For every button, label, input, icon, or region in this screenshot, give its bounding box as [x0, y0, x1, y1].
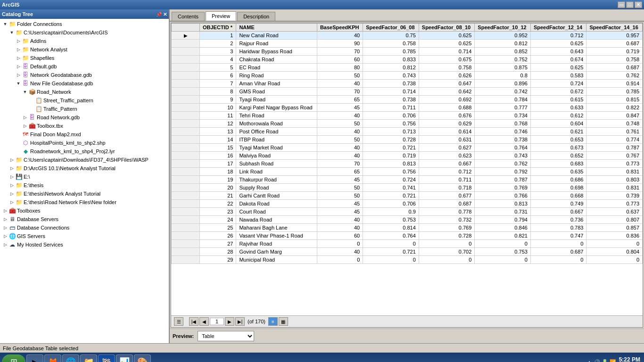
tree-item-network-analyst[interactable]: ▷📁Network Analyst: [1, 45, 168, 54]
table-row[interactable]: 17Subhash Road700.8130.6670.7620.6830.77…: [172, 160, 643, 168]
table-row[interactable]: 14ITBP Road500.7280.6310.7380.6530.774: [172, 136, 643, 144]
column-header-6[interactable]: SpeedFactor_12_14: [530, 24, 586, 32]
table-row[interactable]: 8GMS Road700.7140.6420.7420.6720.785: [172, 88, 643, 96]
table-row[interactable]: 19Thakurpur Road450.7240.7110.7870.6860.…: [172, 176, 643, 184]
taskbar-app-paint[interactable]: 🎨: [134, 354, 151, 362]
tree-item-network-gdb[interactable]: ▷🗄Network Geodatabase.gdb: [1, 71, 168, 79]
column-header-0[interactable]: OBJECTID *: [200, 24, 236, 32]
last-page-button[interactable]: ▶|: [235, 317, 245, 326]
tree-toggle[interactable]: ▷: [8, 174, 15, 179]
column-header-3[interactable]: SpeedFactor_06_08: [363, 24, 419, 32]
card-view-button[interactable]: ▦: [279, 317, 288, 326]
table-row[interactable]: 21Garhi Cantt Road500.7210.6770.7660.668…: [172, 192, 643, 200]
page-input[interactable]: [210, 318, 224, 325]
tree-item-new-file-gdb[interactable]: ▼🗄New File Geodatabase.gdb: [1, 79, 168, 88]
tree-item-road-network[interactable]: ▼📦Road_Network: [1, 88, 168, 96]
tree-item-traffic-pattern[interactable]: 📋Traffic_Pattern: [1, 105, 168, 113]
tree-item-arcgis-folder[interactable]: ▼📁C:\Users\captain\Documents\ArcGIS: [1, 28, 168, 37]
table-row[interactable]: 15Tyagi Market Road400.7210.6270.7640.67…: [172, 144, 643, 152]
tree-toggle[interactable]: ▷: [8, 191, 15, 196]
column-header-5[interactable]: SpeedFactor_10_12: [475, 24, 531, 32]
tree-toggle[interactable]: ▷: [15, 64, 22, 69]
table-row[interactable]: 10Kargi Patel Nagar Bypass Road450.7110.…: [172, 104, 643, 112]
table-row[interactable]: 9Tyagi Road650.7380.6920.7840.6150.815: [172, 96, 643, 104]
tree-item-db-connections[interactable]: ▷🗃Database Connections: [1, 223, 168, 232]
tree-toggle[interactable]: ▷: [15, 56, 22, 60]
tree-toggle[interactable]: ▼: [22, 90, 28, 94]
tree-item-db-servers[interactable]: ▷🖥Database Servers: [1, 215, 168, 223]
tree-item-hospital-kml[interactable]: ⬡HospitalPoints_kml_to_shp2.shp: [1, 139, 168, 147]
tree-item-addins[interactable]: ▷📁AddIns: [1, 37, 168, 45]
table-row[interactable]: 12Mothorowala Road500.7560.6290.7680.604…: [172, 120, 643, 128]
tree-item-downloads-folder[interactable]: ▷📁C:\Users\captain\Downloads\FD37_4\SHPF…: [1, 156, 168, 164]
tree-toggle[interactable]: ▷: [2, 208, 8, 213]
tree-item-street-traffic[interactable]: 📋Street_Traffic_pattern: [1, 96, 168, 105]
tree-container[interactable]: ▼📁Folder Connections▼📁C:\Users\captain\D…: [0, 19, 169, 343]
table-row[interactable]: 25Maharani Bagh Lane400.8140.7690.8460.7…: [172, 224, 643, 232]
table-scroll[interactable]: OBJECTID *NAMEBaseSpeedKPHSpeedFactor_06…: [171, 23, 643, 315]
table-row[interactable]: 4Chakrata Road600.8330.6750.7520.6740.75…: [172, 56, 643, 64]
tree-toggle[interactable]: ▼: [2, 22, 8, 26]
taskbar-app-chrome[interactable]: 🌐: [62, 354, 79, 362]
table-row[interactable]: 7Aman Vihar Road400.7380.6470.8960.7240.…: [172, 80, 643, 88]
table-row[interactable]: 27Rajvihar Road000000: [172, 240, 643, 248]
tree-toggle[interactable]: ▷: [22, 123, 28, 128]
tab-description[interactable]: Description: [237, 12, 275, 21]
tree-item-folder-connections[interactable]: ▼📁Folder Connections: [1, 20, 168, 28]
options-button[interactable]: ☰: [174, 317, 183, 326]
table-row[interactable]: 13Post Office Road400.7130.6140.7460.621…: [172, 128, 643, 136]
table-row[interactable]: 20Supply Road500.7410.7180.7690.6980.831: [172, 184, 643, 192]
column-header-4[interactable]: SpeedFactor_08_10: [419, 24, 475, 32]
column-header-2[interactable]: BaseSpeedKPH: [317, 24, 363, 32]
table-row[interactable]: 28Govind Garh Marg400.7210.7020.7530.687…: [172, 248, 643, 256]
tree-toggle[interactable]: ▷: [22, 115, 28, 120]
tree-toggle[interactable]: ▷: [2, 217, 8, 222]
tree-item-thesis-na[interactable]: ▷📁E:\thesis\Network Analyst Tutorial: [1, 189, 168, 198]
table-row[interactable]: 11Tehri Road400.7060.6760.7340.6120.847: [172, 112, 643, 120]
tree-item-gis-servers[interactable]: ▷🌐GIS Servers: [1, 232, 168, 240]
tree-toggle[interactable]: ▷: [8, 166, 15, 171]
tree-toggle[interactable]: ▼: [8, 30, 15, 35]
column-header-1[interactable]: NAME: [236, 24, 317, 32]
table-row[interactable]: 23Court Road450.90.7780.7310.6670.637: [172, 208, 643, 216]
next-page-button[interactable]: ▶: [225, 317, 234, 326]
tree-item-road-network-gdb[interactable]: ▷🗄Road Network.gdb: [1, 113, 168, 122]
table-row[interactable]: 16Malviya Road400.7190.6230.7430.6520.76…: [172, 152, 643, 160]
tree-toggle[interactable]: ▼: [15, 81, 22, 86]
tree-toggle[interactable]: ▷: [15, 73, 22, 77]
start-button[interactable]: ⊞: [2, 354, 25, 362]
table-view-button[interactable]: ≡: [268, 317, 278, 326]
tree-toggle[interactable]: ▷: [15, 39, 22, 43]
tree-item-shapefiles[interactable]: ▷📁Shapefiles: [1, 54, 168, 62]
tree-item-toolboxes[interactable]: ▷🧰Toolboxes: [1, 206, 168, 215]
tree-toggle[interactable]: ▷: [15, 47, 22, 52]
taskbar-app-cmd[interactable]: 🏁: [98, 354, 115, 362]
maximize-button[interactable]: □: [626, 1, 634, 8]
tree-item-final-map[interactable]: 🗺Final Doon Map2.mxd: [1, 130, 168, 139]
minimize-button[interactable]: —: [618, 1, 625, 8]
tree-toggle[interactable]: ▷: [2, 234, 8, 239]
table-row[interactable]: 5EC Road800.8120.7580.8750.6250.687: [172, 64, 643, 72]
panel-pin-button[interactable]: 📌 ✕: [156, 12, 167, 17]
preview-select[interactable]: TableGeography: [198, 331, 254, 341]
table-row[interactable]: 26Vasant Vihar Phase-1 Road600.7640.7280…: [172, 232, 643, 240]
taskbar-app-explorer[interactable]: 📁: [80, 354, 97, 362]
taskbar-app-firefox[interactable]: 🦊: [44, 354, 61, 362]
tab-contents[interactable]: Contents: [172, 12, 205, 21]
table-row[interactable]: 3Haridwar Bypass Road700.7850.7140.8520.…: [172, 48, 643, 56]
table-row[interactable]: ▶1New Canal Road400.750.6250.9520.7120.9…: [172, 32, 643, 40]
tree-item-thesis-road[interactable]: ▷📁E:\thesis\Road Network Files\New folde…: [1, 198, 168, 206]
tree-item-roadnet-kml[interactable]: ◆Roadnetwork_kml_to_shp4_Proj2.lyr: [1, 147, 168, 156]
tree-item-hosted-services[interactable]: ▷☁My Hosted Services: [1, 240, 168, 249]
tab-preview[interactable]: Preview: [206, 11, 236, 21]
taskbar-clock[interactable]: 5:22 PM 6/2/2016: [619, 356, 640, 362]
tree-toggle[interactable]: ▷: [8, 200, 15, 205]
table-row[interactable]: 22Dakota Road450.7060.6870.8130.7490.773: [172, 200, 643, 208]
column-header-7[interactable]: SpeedFactor_14_16: [586, 24, 643, 32]
tree-item-default-gdb[interactable]: ▷🗄Default.gdb: [1, 62, 168, 71]
tree-toggle[interactable]: ▷: [2, 225, 8, 230]
prev-page-button[interactable]: ◀: [199, 317, 209, 326]
close-button[interactable]: ✕: [635, 1, 642, 8]
tree-toggle[interactable]: ▷: [2, 242, 8, 247]
tree-item-arcgis10-folder[interactable]: ▷📁D:\ArcGIS 10.1\Network Analyst Tutoria…: [1, 164, 168, 173]
